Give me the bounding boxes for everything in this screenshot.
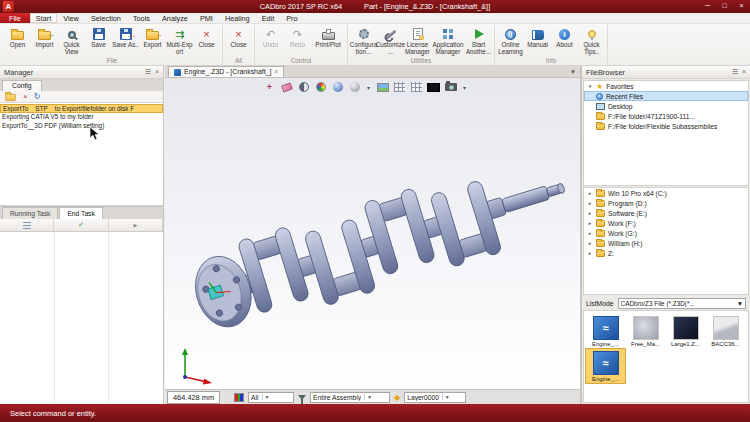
- document-tab[interactable]: Engine_.Z3D - [Crankshaft_] ×: [168, 66, 284, 77]
- close-all-button[interactable]: × Close: [225, 25, 252, 56]
- grid-snap-icon[interactable]: [410, 81, 423, 93]
- menu-tab-start[interactable]: Start: [30, 13, 57, 23]
- expand-chevron-icon[interactable]: ▸: [587, 190, 593, 196]
- new-config-icon[interactable]: [5, 94, 15, 101]
- eraser-icon[interactable]: [280, 81, 293, 93]
- camera-icon[interactable]: [444, 81, 457, 93]
- scope-filter-select[interactable]: Entire Assembly ▼: [310, 392, 390, 403]
- quick-tips-button[interactable]: Quick Tips..: [578, 25, 605, 56]
- tree-node-recent-files[interactable]: Recent Files: [584, 91, 748, 101]
- close-button[interactable]: ×: [733, 0, 750, 13]
- 3d-canvas[interactable]: + ▾ ▾: [165, 78, 580, 389]
- manual-button[interactable]: Manual: [524, 25, 551, 56]
- menu-tab-view[interactable]: View: [57, 13, 85, 23]
- print-plot-button[interactable]: Print/Plot: [311, 25, 345, 56]
- tree-node-drive-c[interactable]: ▸ Win 10 Pro x64 (C:): [584, 188, 748, 198]
- file-item[interactable]: Free_Ma...: [626, 314, 665, 348]
- import-button[interactable]: → Import: [31, 25, 58, 56]
- display-filter-select[interactable]: All ▼: [248, 392, 294, 403]
- menu-tab-edit[interactable]: Edit: [256, 13, 281, 23]
- undo-button[interactable]: ↶ Undo: [257, 25, 284, 56]
- task-column-status[interactable]: ✓: [54, 219, 108, 231]
- open-button[interactable]: Open: [4, 25, 31, 56]
- expand-chevron-icon[interactable]: ▸: [587, 220, 593, 226]
- file-item[interactable]: BACC36...: [706, 314, 745, 348]
- export-button[interactable]: → Export: [139, 25, 166, 56]
- menu-tab-healing[interactable]: Healing: [219, 13, 256, 23]
- task-column-name[interactable]: [0, 219, 54, 231]
- grid-icon[interactable]: [393, 81, 406, 93]
- crankshaft-model[interactable]: [165, 78, 580, 389]
- menu-tab-pmi[interactable]: PMI: [194, 13, 219, 23]
- customize-button[interactable]: Customize ...: [377, 25, 404, 56]
- file-type-select[interactable]: CADbro/Z3 File (*.Z3D(*... ▼: [618, 298, 746, 309]
- panel-close-icon[interactable]: ×: [155, 66, 159, 78]
- file-item[interactable]: Engine_...: [586, 314, 625, 348]
- image-background-icon[interactable]: [376, 81, 389, 93]
- tab-list-chevron-icon[interactable]: ▼: [570, 69, 576, 75]
- expand-chevron-icon[interactable]: ▾: [587, 83, 593, 89]
- multi-export-button[interactable]: ⇉ Multi-Exp ort: [166, 25, 193, 56]
- tab-end-task[interactable]: End Task: [59, 207, 102, 219]
- tree-node-folder[interactable]: F:/File folder/Flexible Subassemblies: [584, 121, 748, 131]
- filter-icon[interactable]: [298, 395, 306, 400]
- tree-node-favorites[interactable]: ▾ ★ Favorites: [584, 81, 748, 91]
- tab-config[interactable]: Config: [2, 80, 42, 91]
- expand-chevron-icon[interactable]: ▸: [587, 250, 593, 256]
- config-item[interactable]: ExportTo__3D PDF (William setting): [0, 122, 163, 131]
- panel-close-icon[interactable]: ×: [742, 66, 746, 78]
- online-learning-button[interactable]: Online Learning: [497, 25, 524, 56]
- file-item-selected[interactable]: Engine_...: [586, 349, 625, 383]
- chevron-down-icon[interactable]: ▾: [365, 81, 372, 93]
- tree-node-drive-d[interactable]: ▸ Program (D:): [584, 198, 748, 208]
- menu-tab-pro[interactable]: Pro: [280, 13, 303, 23]
- refresh-config-icon[interactable]: ↻: [34, 92, 41, 102]
- menu-tab-tools[interactable]: Tools: [127, 13, 156, 23]
- tab-running-task[interactable]: Running Task: [2, 207, 58, 219]
- menu-file[interactable]: File: [0, 13, 30, 23]
- tree-node-drive-e[interactable]: ▸ Software (E:): [584, 208, 748, 218]
- panel-menu-icon[interactable]: ☰: [145, 66, 151, 78]
- tree-node-desktop[interactable]: Desktop: [584, 101, 748, 111]
- tree-node-folder[interactable]: F:/File folder/471Z1900-111...: [584, 111, 748, 121]
- background-color-swatch[interactable]: [427, 81, 440, 93]
- tree-node-drive-z[interactable]: ▸ Z:: [584, 248, 748, 258]
- close-file-button[interactable]: × Close: [193, 25, 220, 56]
- menu-tab-selection[interactable]: Selection: [85, 13, 127, 23]
- configuration-button[interactable]: Configura tion...: [350, 25, 377, 56]
- tree-node-drive-h[interactable]: ▸ William (H:): [584, 238, 748, 248]
- about-button[interactable]: About: [551, 25, 578, 56]
- tree-node-drive-f[interactable]: ▸ Work (F:): [584, 218, 748, 228]
- app-logo-icon[interactable]: A: [3, 1, 14, 12]
- expand-chevron-icon[interactable]: ▸: [587, 230, 593, 236]
- material-sphere-icon[interactable]: [348, 81, 361, 93]
- pick-point-icon[interactable]: +: [263, 81, 276, 93]
- layer-select[interactable]: Layer0000 ▼: [404, 392, 466, 403]
- maximize-button[interactable]: □: [716, 0, 733, 13]
- minimize-button[interactable]: ─: [699, 0, 716, 13]
- start-another-button[interactable]: Start Anothe...: [465, 25, 492, 56]
- save-button[interactable]: Save: [85, 25, 112, 56]
- tab-close-icon[interactable]: ×: [274, 68, 278, 76]
- shade-mode-icon[interactable]: [297, 81, 310, 93]
- expand-chevron-icon[interactable]: ▸: [587, 210, 593, 216]
- layer-icon[interactable]: ◆: [394, 393, 400, 402]
- expand-chevron-icon[interactable]: ▸: [587, 200, 593, 206]
- config-item[interactable]: Exporting CATIA V5 to my folder: [0, 113, 163, 122]
- quick-view-button[interactable]: Quick View: [58, 25, 85, 56]
- expand-chevron-icon[interactable]: ▸: [587, 240, 593, 246]
- redo-button[interactable]: ↷ Redo: [284, 25, 311, 56]
- delete-config-icon[interactable]: ×: [23, 92, 28, 102]
- file-item[interactable]: Large1.Z...: [666, 314, 705, 348]
- chevron-down-icon[interactable]: ▾: [461, 81, 468, 93]
- panel-menu-icon[interactable]: ☰: [732, 66, 738, 78]
- tree-node-drive-g[interactable]: ▸ Work (G:): [584, 228, 748, 238]
- color-filter-icon[interactable]: [234, 393, 244, 402]
- license-manager-button[interactable]: License Manager: [404, 25, 431, 56]
- save-as-button[interactable]: … Save As..: [112, 25, 139, 56]
- render-sphere-icon[interactable]: [331, 81, 344, 93]
- config-item[interactable]: ExportTo__STP__to Export/filefolder on d…: [0, 104, 163, 113]
- menu-tab-analyze[interactable]: Analyze: [156, 13, 194, 23]
- task-column-progress[interactable]: ▶: [109, 219, 163, 231]
- application-manager-button[interactable]: Application Manager: [431, 25, 465, 56]
